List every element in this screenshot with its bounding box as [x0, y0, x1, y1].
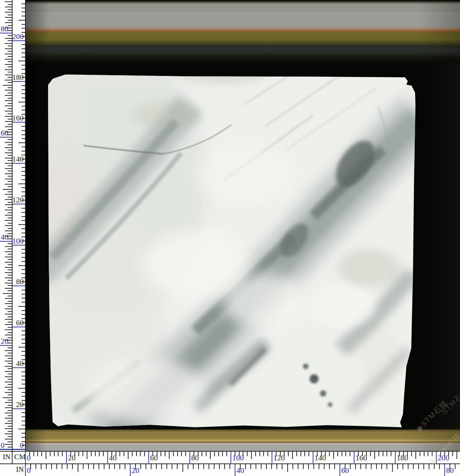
ruler-tick [366, 452, 367, 456]
ruler-tick [5, 272, 12, 273]
ruler-tick [366, 464, 366, 469]
ruler-label: 60 [1, 129, 11, 137]
ruler-tick [219, 464, 220, 469]
ruler-tick [392, 464, 393, 472]
ruler-tick [298, 464, 298, 469]
ruler-tick [296, 452, 297, 456]
ruler-tick [161, 464, 162, 469]
ruler-tick [423, 464, 424, 469]
ruler-tick [5, 257, 12, 257]
ruler-major-line [313, 452, 313, 463]
ruler-tick [93, 464, 94, 469]
ruler-tick [128, 452, 128, 459]
ruler-tick [5, 434, 12, 434]
ruler-tick [420, 452, 420, 456]
ruler-tick [210, 452, 211, 459]
ruler-tick [5, 153, 12, 153]
ruler-tick [5, 225, 12, 226]
ruler-tick [3, 189, 12, 190]
ruler-tick [5, 371, 12, 372]
ruler-tick [411, 452, 412, 456]
ruler-tick [250, 464, 251, 469]
ruler-tick [247, 452, 248, 456]
ruler-tick [18, 347, 25, 348]
ruler-tick [383, 452, 383, 456]
ruler-tick [280, 452, 281, 456]
ruler-tick [439, 464, 440, 469]
ruler-tick [5, 444, 12, 445]
ruler-tick [95, 452, 96, 456]
slab-scanner-view: 0204060801001201401601802000204060800204… [0, 0, 460, 476]
ruler-tick [182, 464, 183, 472]
ruler-tick [5, 413, 12, 413]
ruler-tick [266, 464, 267, 469]
ruler-tick [185, 452, 186, 456]
ruler-tick [209, 464, 209, 469]
ruler-tick [418, 464, 419, 469]
ruler-tick [83, 452, 83, 456]
ruler-tick [75, 452, 75, 456]
ruler-tick [104, 464, 104, 469]
ruler-tick [18, 184, 25, 184]
ruler-major-line [354, 452, 354, 463]
ruler-tick [203, 464, 204, 469]
ruler-tick [452, 452, 453, 456]
ruler-tick [424, 452, 424, 456]
ruler-tick [169, 452, 170, 459]
ruler-tick [3, 293, 12, 294]
ruler-tick [194, 452, 194, 456]
ruler-tick [358, 452, 359, 456]
ruler-tick [111, 452, 112, 456]
ruler-tick [345, 464, 345, 469]
ruler-tick [329, 452, 330, 456]
ruler-tick [415, 452, 416, 459]
ruler-tick [144, 452, 145, 456]
ruler-tick [62, 452, 63, 456]
ruler-tick [379, 452, 379, 456]
ruler-tick [5, 106, 12, 106]
ruler-tick [99, 452, 100, 456]
ruler-tick [350, 464, 351, 469]
ruler-tick [362, 452, 363, 456]
ruler-tick [263, 452, 264, 456]
ruler-tick [177, 452, 178, 456]
ruler-tick [5, 147, 12, 148]
ruler-tick [240, 464, 241, 469]
ruler-tick [304, 452, 305, 456]
ruler-tick [5, 1, 12, 2]
ruler-tick [172, 464, 172, 469]
ruler-tick [125, 464, 125, 469]
ruler-tick [46, 452, 46, 459]
ruler-tick [202, 452, 202, 456]
ruler-tick [309, 452, 309, 456]
ruler-tick [5, 387, 12, 388]
ruler-major-line [231, 452, 231, 463]
ruler-tick [18, 388, 25, 389]
ruler-major-line [107, 452, 108, 463]
ruler-tick [18, 429, 25, 429]
ruler-tick [67, 464, 68, 469]
ruler-tick [56, 464, 57, 469]
ruler-tick [455, 464, 455, 469]
ruler-tick [135, 464, 136, 469]
ruler-tick [91, 452, 92, 456]
ruler-tick [413, 464, 414, 469]
ruler-tick [288, 452, 289, 456]
ruler-tick [5, 12, 12, 13]
ruler-tick [333, 452, 334, 459]
ruler-tick [391, 452, 391, 456]
ruler-label: 160 [356, 454, 367, 462]
ruler-tick [136, 452, 137, 456]
ruler-tick [5, 231, 12, 231]
corner-unit-cm-row1: CM [14, 453, 26, 461]
ruler-tick [5, 173, 12, 174]
ruler-tick [229, 464, 230, 469]
ruler-tick [5, 314, 12, 314]
ruler-tick [5, 319, 12, 320]
ruler-label: 0 [27, 454, 31, 462]
ruler-tick [5, 48, 12, 49]
ruler-tick [70, 452, 71, 456]
ruler-tick [18, 61, 25, 61]
ruler-tick [5, 17, 12, 18]
ruler-tick [157, 452, 157, 456]
